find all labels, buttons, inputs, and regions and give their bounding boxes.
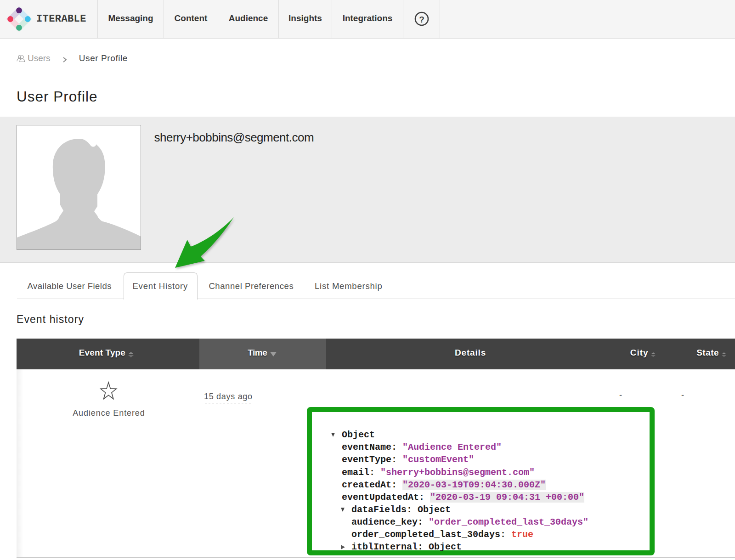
svg-text:?: ? [419, 15, 424, 24]
